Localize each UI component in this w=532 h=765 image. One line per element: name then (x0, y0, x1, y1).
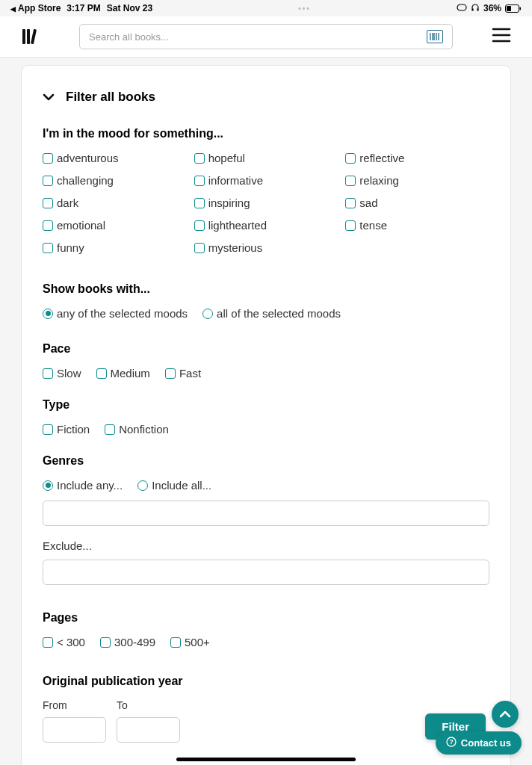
option-label: challenging (57, 174, 114, 187)
year-to-label: To (117, 699, 180, 711)
genres-include-input[interactable] (43, 501, 489, 526)
option-label: Nonfiction (119, 423, 169, 436)
mood-mysterious[interactable]: mysterious (194, 241, 338, 254)
svg-rect-5 (31, 29, 37, 44)
year-from-label: From (43, 699, 106, 711)
filter-toggle[interactable]: Filter all books (43, 90, 489, 105)
mood-sad[interactable]: sad (345, 196, 489, 209)
help-icon: ? (446, 737, 457, 749)
option-label: sad (359, 196, 377, 209)
year-from-input[interactable] (43, 717, 106, 743)
mood-relaxing[interactable]: relaxing (345, 174, 489, 187)
headphones-icon (471, 3, 480, 14)
app-header (0, 16, 532, 58)
checkbox-icon (43, 424, 53, 435)
moods-grid: adventurous hopeful reflective challengi… (43, 152, 489, 254)
mood-dark[interactable]: dark (43, 196, 187, 209)
option-label: Include all... (152, 479, 211, 492)
contact-button-label: Contact us (461, 737, 511, 749)
show-options: any of the selected moods all of the sel… (43, 307, 489, 320)
option-label: tense (359, 219, 387, 232)
pace-medium[interactable]: Medium (96, 367, 150, 380)
option-label: 500+ (185, 636, 210, 648)
option-label: adventurous (57, 152, 119, 164)
battery-icon (505, 4, 522, 13)
battery-percentage: 36% (483, 3, 501, 13)
year-inputs: From To (43, 699, 489, 743)
pace-options: Slow Medium Fast (43, 367, 489, 380)
option-label: lighthearted (208, 219, 267, 232)
genres-include-options: Include any... Include all... (43, 479, 489, 492)
option-label: any of the selected moods (57, 307, 188, 320)
pace-heading: Pace (43, 342, 489, 356)
scroll-top-button[interactable] (492, 701, 519, 728)
option-label: Fiction (57, 423, 90, 436)
checkbox-icon (194, 198, 205, 208)
option-label: emotional (57, 219, 105, 232)
option-label: 300-499 (114, 636, 155, 648)
show-all-moods[interactable]: all of the selected moods (202, 307, 341, 320)
genres-include-any[interactable]: Include any... (43, 479, 123, 492)
pages-500-plus[interactable]: 500+ (170, 636, 210, 648)
pages-300-499[interactable]: 300-499 (100, 636, 155, 648)
pages-under-300[interactable]: < 300 (43, 636, 85, 648)
mood-informative[interactable]: informative (194, 174, 338, 187)
year-to-input[interactable] (117, 717, 180, 743)
checkbox-icon (43, 153, 53, 164)
search-input[interactable] (89, 31, 427, 43)
search-container[interactable] (79, 24, 453, 49)
svg-text:?: ? (449, 738, 454, 746)
genres-exclude-input[interactable] (43, 560, 489, 585)
status-dots: ••• (298, 4, 311, 13)
option-label: relaxing (359, 174, 399, 187)
option-label: informative (208, 174, 263, 187)
show-any-moods[interactable]: any of the selected moods (43, 307, 188, 320)
checkbox-icon (345, 176, 356, 186)
mood-lighthearted[interactable]: lighthearted (194, 219, 338, 232)
mood-funny[interactable]: funny (43, 241, 187, 254)
pace-slow[interactable]: Slow (43, 367, 81, 380)
checkbox-icon (194, 243, 205, 253)
mood-challenging[interactable]: challenging (43, 174, 187, 187)
link-icon (457, 3, 467, 13)
back-to-app[interactable]: App Store (10, 3, 61, 13)
mood-emotional[interactable]: emotional (43, 219, 187, 232)
mood-reflective[interactable]: reflective (345, 152, 489, 164)
option-label: reflective (359, 152, 404, 164)
filter-title: Filter all books (66, 90, 155, 105)
mood-hopeful[interactable]: hopeful (194, 152, 338, 164)
svg-rect-1 (507, 6, 511, 11)
contact-us-button[interactable]: ? Contact us (436, 731, 522, 755)
option-label: Medium (111, 367, 150, 380)
option-label: < 300 (57, 636, 85, 648)
mood-adventurous[interactable]: adventurous (43, 152, 187, 164)
svg-rect-3 (22, 29, 25, 44)
pace-fast[interactable]: Fast (165, 367, 201, 380)
checkbox-icon (43, 176, 53, 186)
type-fiction[interactable]: Fiction (43, 423, 90, 436)
radio-icon (43, 480, 53, 491)
mood-tense[interactable]: tense (345, 219, 489, 232)
option-label: hopeful (208, 152, 245, 164)
checkbox-icon (43, 220, 53, 231)
checkbox-icon (345, 198, 356, 208)
option-label: inspiring (208, 196, 250, 209)
checkbox-icon (43, 198, 53, 208)
checkbox-icon (105, 424, 115, 435)
home-indicator[interactable] (176, 758, 356, 761)
pages-heading: Pages (43, 611, 489, 625)
app-logo[interactable] (21, 26, 42, 47)
checkbox-icon (165, 368, 176, 379)
status-date: Sat Nov 23 (107, 3, 152, 13)
menu-button[interactable] (492, 28, 511, 46)
pages-options: < 300 300-499 500+ (43, 636, 489, 648)
filter-card: Filter all books I'm in the mood for som… (21, 65, 511, 765)
option-label: mysterious (208, 241, 263, 254)
type-nonfiction[interactable]: Nonfiction (105, 423, 169, 436)
genres-include-all[interactable]: Include all... (137, 479, 211, 492)
chevron-down-icon (43, 90, 55, 104)
svg-rect-2 (519, 7, 521, 10)
checkbox-icon (43, 637, 53, 648)
mood-inspiring[interactable]: inspiring (194, 196, 338, 209)
barcode-scan-icon[interactable] (427, 30, 443, 43)
